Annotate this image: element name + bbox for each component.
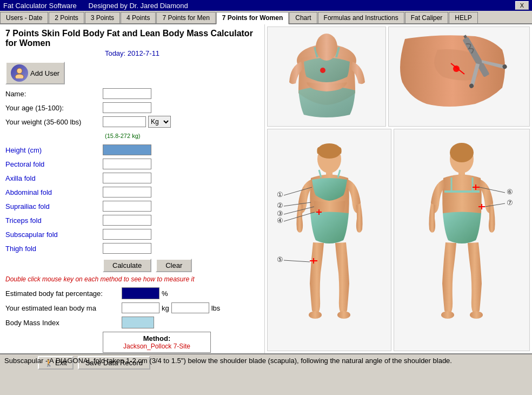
age-label: Your age (15-100): <box>5 104 103 112</box>
pectoral-label[interactable]: Pectoral fold <box>5 160 103 168</box>
svg-point-35 <box>450 143 474 162</box>
age-input[interactable] <box>103 102 151 113</box>
tab-4-points[interactable]: 4 Points <box>121 12 156 23</box>
axilla-input[interactable] <box>103 173 151 183</box>
svg-text:⑤: ⑤ <box>277 255 283 264</box>
method-value: Jackson_Pollock 7-Site <box>108 343 206 350</box>
bottom-images-row: ① ② ③ ④ ⑤ <box>267 129 530 351</box>
body-images-area: ① ② ③ ④ ⑤ <box>267 27 530 351</box>
svg-point-18 <box>309 311 322 319</box>
svg-point-19 <box>337 311 350 319</box>
name-label: Name: <box>5 90 103 98</box>
method-label: Method: <box>108 334 206 343</box>
left-panel: 7 Points Skin Fold Body Fat and Lean Bod… <box>0 24 265 353</box>
main-content: 7 Points Skin Fold Body Fat and Lean Bod… <box>0 24 532 353</box>
axilla-label[interactable]: Axilla fold <box>5 174 103 182</box>
triceps-label[interactable]: Triceps fold <box>5 216 103 225</box>
bmi-result-box <box>122 317 154 328</box>
height-input[interactable] <box>103 144 151 155</box>
svg-point-5 <box>316 34 337 61</box>
svg-line-31 <box>284 260 310 262</box>
svg-point-1 <box>15 74 24 78</box>
svg-point-0 <box>17 68 22 74</box>
bmi-label: Body Mass Index <box>5 319 122 327</box>
svg-text:⑥: ⑥ <box>507 188 513 196</box>
status-text: Subscapular - A DIAGONAL fold taken 1-2 … <box>4 357 452 365</box>
bmi-result-row: Body Mass Index <box>5 317 259 328</box>
lbm-result-row: Your estimated lean body ma kg lbs <box>5 302 259 313</box>
tab-7-points-men[interactable]: 7 Points for Men <box>156 12 215 23</box>
tab-2-points[interactable]: 2 Points <box>49 12 84 23</box>
suprailiac-input[interactable] <box>103 201 151 212</box>
height-label[interactable]: Height (cm) <box>5 146 103 154</box>
tab-7-points-women[interactable]: 7 Points for Women <box>216 12 289 24</box>
full-body-back-image: ⑥ ⑦ <box>394 129 530 351</box>
add-user-area: Add User <box>5 62 259 84</box>
weight-input[interactable] <box>103 116 146 127</box>
svg-text:①: ① <box>277 190 283 199</box>
app-title: Fat Calculator Software Designed by Dr. … <box>3 2 188 10</box>
tab-users-date[interactable]: Users - Date <box>0 12 48 23</box>
name-input[interactable] <box>103 88 151 99</box>
subscapular-input[interactable] <box>103 229 151 240</box>
lbm-kg-unit: kg <box>162 304 169 312</box>
kg-hint-row: (15.8-272 kg) <box>5 130 259 142</box>
axilla-row: Axilla fold <box>5 172 259 184</box>
tab-3-points[interactable]: 3 Points <box>85 12 120 23</box>
bf-unit: % <box>162 289 168 298</box>
calculate-button[interactable]: Calculate <box>103 259 151 272</box>
triceps-row: Triceps fold <box>5 214 259 226</box>
title-bar: Fat Calculator Software Designed by Dr. … <box>0 0 532 11</box>
abdominal-input[interactable] <box>103 187 151 198</box>
add-user-label: Add User <box>30 69 59 77</box>
subscapular-label[interactable]: Subscapular fold <box>5 231 103 239</box>
svg-text:②: ② <box>277 201 283 209</box>
bf-result-box <box>122 287 159 299</box>
page-title: 7 Points Skin Fold Body Fat and Lean Bod… <box>5 29 259 48</box>
front-torso-svg <box>269 28 385 126</box>
triceps-input[interactable] <box>103 215 151 226</box>
pectoral-input[interactable] <box>103 159 151 169</box>
thigh-input[interactable] <box>103 243 151 254</box>
svg-point-40 <box>441 311 454 319</box>
weight-label: Your weight (35-600 lbs) <box>5 118 103 126</box>
lbm-lbs-input[interactable] <box>171 302 209 313</box>
pectoral-row: Pectoral fold <box>5 158 259 170</box>
tab-formulas[interactable]: Formulas and Instructions <box>318 12 404 23</box>
svg-point-6 <box>320 68 325 73</box>
clear-button[interactable]: Clear <box>156 259 192 272</box>
weight-row: Your weight (35-600 lbs) Kg Lbs <box>5 116 259 128</box>
thigh-label[interactable]: Thigh fold <box>5 245 103 253</box>
svg-text:④: ④ <box>277 216 283 225</box>
add-user-button[interactable]: Add User <box>5 62 65 84</box>
svg-point-41 <box>470 311 483 319</box>
weight-unit-select[interactable]: Kg Lbs <box>148 116 171 128</box>
kg-hint-text: (15.8-272 kg) <box>105 133 140 139</box>
suprailiac-label[interactable]: Suprailiac fold <box>5 202 103 210</box>
name-row: Name: <box>5 88 259 100</box>
svg-text:⑦: ⑦ <box>507 199 513 207</box>
front-torso-image <box>267 27 386 127</box>
navigation-tabs: Users - Date 2 Points 3 Points 4 Points … <box>0 11 532 24</box>
thigh-row: Thigh fold <box>5 242 259 254</box>
tab-chart[interactable]: Chart <box>289 12 317 23</box>
full-body-front-image: ① ② ③ ④ ⑤ <box>267 129 391 351</box>
caliper-closeup-image <box>388 27 530 127</box>
subscapular-row: Subscapular fold <box>5 228 259 240</box>
lbm-lbs-unit: lbs <box>211 304 221 312</box>
full-body-front-svg: ① ② ③ ④ ⑤ <box>269 143 390 338</box>
right-panel: ① ② ③ ④ ⑤ <box>265 24 532 353</box>
tab-help[interactable]: HELP <box>449 12 477 23</box>
tab-fat-caliper[interactable]: Fat Caliper <box>405 12 449 23</box>
abdominal-row: Abdominal fold <box>5 186 259 198</box>
calc-buttons-area: Calculate Clear <box>103 259 259 272</box>
abdominal-label[interactable]: Abdominal fold <box>5 188 103 196</box>
lbm-kg-input[interactable] <box>122 302 159 313</box>
lbm-label: Your estimated lean body ma <box>5 304 122 312</box>
dbl-click-hint: Double click mouse key on each method to… <box>5 275 259 283</box>
today-date: Today: 2012-7-11 <box>5 49 259 57</box>
status-bar: Subscapular - A DIAGONAL fold taken 1-2 … <box>0 353 532 391</box>
suprailiac-row: Suprailiac fold <box>5 200 259 212</box>
bf-label: Estimated body fat percentage: <box>5 289 122 298</box>
close-button[interactable]: X <box>515 1 529 10</box>
